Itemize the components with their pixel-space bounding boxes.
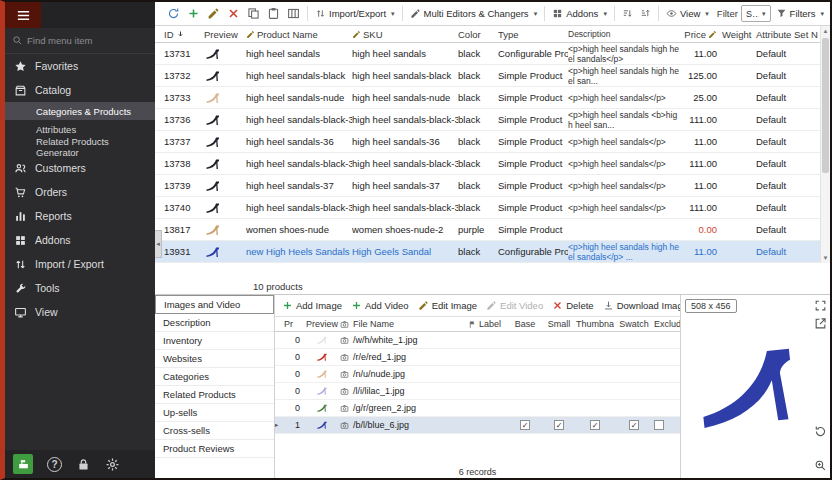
column-header-base[interactable]: Base	[508, 319, 542, 329]
sort-descending-button[interactable]	[638, 6, 653, 21]
filters-dropdown[interactable]: Filters	[774, 6, 826, 21]
cell-description: <p>high heel sandals <b>high heel san...	[568, 110, 680, 130]
tab-description[interactable]: Description	[155, 314, 274, 332]
menu-search-input[interactable]	[27, 35, 148, 46]
sidebar-item-orders[interactable]: Orders	[5, 180, 155, 204]
sidebar-item-import-export[interactable]: Import / Export	[5, 252, 155, 276]
edit-video-button[interactable]: Edit Video	[485, 298, 544, 313]
add-image-button[interactable]: Add Image	[281, 298, 343, 313]
sort-ascending-button[interactable]	[620, 6, 635, 21]
scroll-up-arrow[interactable]: ▲	[821, 26, 830, 36]
paste-button[interactable]	[265, 5, 282, 22]
swatch-checkbox[interactable]	[629, 420, 639, 430]
sidebar-item-view[interactable]: View	[5, 300, 155, 324]
lock-button[interactable]	[76, 457, 91, 472]
column-header-file-name[interactable]: File Name	[340, 319, 468, 329]
column-header-preview[interactable]: Preview	[204, 29, 246, 40]
add-product-button[interactable]	[185, 5, 202, 22]
tab-up-sells[interactable]: Up-sells	[155, 404, 274, 422]
product-row[interactable]: 13817 women shoes-nude women shoes-nude-…	[155, 219, 830, 241]
product-row[interactable]: 13731 high heel sandals high heel sandal…	[155, 43, 830, 65]
column-header-product-name[interactable]: Product Name	[246, 29, 352, 40]
columns-button[interactable]	[285, 5, 302, 22]
column-header-id[interactable]: ID	[164, 29, 204, 40]
base-checkbox[interactable]	[520, 420, 530, 430]
tab-categories[interactable]: Categories	[155, 368, 274, 386]
image-row[interactable]: 0 /w/h/white_1.jpg	[275, 332, 680, 349]
exclude-checkbox[interactable]	[654, 420, 664, 430]
sidebar-item-catalog[interactable]: Catalog	[5, 78, 155, 102]
download-image-button[interactable]: Download Image	[602, 298, 680, 313]
thumbnail-checkbox[interactable]	[590, 420, 600, 430]
sidebar-item-categories-products[interactable]: Categories & Products	[5, 102, 155, 120]
tab-related-products[interactable]: Related Products	[155, 386, 274, 404]
tab-inventory[interactable]: Inventory	[155, 332, 274, 350]
sidebar-collapse-handle[interactable]: ◂	[155, 230, 162, 258]
product-row[interactable]: 13738 high heel sandals-black-37 high he…	[155, 153, 830, 175]
column-header-thumbnail[interactable]: Thumbna	[576, 319, 614, 329]
column-header-type[interactable]: Type	[498, 29, 568, 40]
sidebar-item-customers[interactable]: Customers	[5, 156, 155, 180]
column-header-image-preview[interactable]: Preview	[304, 319, 340, 329]
product-row[interactable]: 13740 high heel sandals-black-38 high he…	[155, 197, 830, 219]
tab-product-reviews[interactable]: Product Reviews	[155, 440, 274, 458]
refresh-button[interactable]	[165, 5, 182, 22]
multi-editors-dropdown[interactable]: Multi Editors & Changers	[408, 6, 540, 21]
column-header-sku[interactable]: SKU	[352, 29, 458, 40]
help-button[interactable]: ?	[47, 457, 62, 472]
product-row[interactable]: 13737 high heel sandals-36 high heel san…	[155, 131, 830, 153]
category-filter-select[interactable]: Show products from selected categories	[741, 5, 771, 22]
scroll-down-arrow[interactable]: ▼	[821, 253, 830, 263]
edit-image-button[interactable]: Edit Image	[417, 298, 478, 313]
image-row[interactable]: 0 /g/r/green_2.jpg	[275, 400, 680, 417]
column-header-label[interactable]: Label	[468, 319, 508, 329]
cell-color: black	[458, 70, 498, 81]
sidebar-item-favorites[interactable]: Favorites	[5, 54, 155, 78]
image-row[interactable]: 0 /l/i/lilac_1.jpg	[275, 383, 680, 400]
column-header-color[interactable]: Color	[458, 29, 498, 40]
product-row[interactable]: 13736 high heel sandals-black-36 high he…	[155, 109, 830, 131]
delete-product-button[interactable]	[225, 5, 242, 22]
product-row-selected[interactable]: 13931 new High Heels Sandals High Geels …	[155, 241, 830, 263]
column-header-swatch[interactable]: Swatch	[614, 319, 654, 329]
image-row-selected[interactable]: 1 /b/l/blue_6.jpg	[275, 417, 680, 434]
fullscreen-button[interactable]	[814, 299, 827, 312]
product-row[interactable]: 13739 high heel sandals-37 high heel san…	[155, 175, 830, 197]
product-row[interactable]: 13733 high heel sandals-nude high heel s…	[155, 87, 830, 109]
image-row[interactable]: 0 /n/u/nude.jpg	[275, 366, 680, 383]
column-header-position[interactable]: Pr	[284, 319, 304, 329]
column-header-exclude[interactable]: Exclude	[654, 319, 680, 329]
external-link-icon	[814, 317, 827, 330]
settings-button[interactable]	[105, 457, 120, 472]
column-header-weight[interactable]: Weight	[722, 29, 756, 40]
sidebar-item-related-products-generator[interactable]: Related Products Generator	[5, 138, 155, 156]
copy-button[interactable]	[245, 5, 262, 22]
vertical-scrollbar[interactable]: ▲ ▼	[820, 26, 830, 263]
sidebar-item-reports[interactable]: Reports	[5, 204, 155, 228]
column-header-attribute-set[interactable]: Attribute Set Name	[756, 29, 818, 40]
addons-dropdown[interactable]: Addons	[550, 6, 609, 21]
column-header-price[interactable]: Price	[680, 29, 722, 40]
tab-websites[interactable]: Websites	[155, 350, 274, 368]
product-row[interactable]: 13732 high heel sandals-black high heel …	[155, 65, 830, 87]
image-row[interactable]: 0 /r/e/red_1.jpg	[275, 349, 680, 366]
open-external-button[interactable]	[814, 317, 827, 330]
delete-image-button[interactable]: Delete	[551, 298, 594, 313]
zoom-button[interactable]	[814, 459, 827, 472]
hamburger-menu-button[interactable]	[5, 2, 41, 28]
tab-cross-sells[interactable]: Cross-sells	[155, 422, 274, 440]
import-export-dropdown[interactable]: Import/Export	[313, 6, 397, 21]
small-checkbox[interactable]	[554, 420, 564, 430]
column-header-small[interactable]: Small	[542, 319, 576, 329]
pos-register-button[interactable]	[13, 454, 33, 474]
rotate-button[interactable]	[814, 425, 827, 438]
sidebar-item-tools[interactable]: Tools	[5, 276, 155, 300]
view-dropdown[interactable]: View	[664, 6, 711, 21]
add-video-button[interactable]: Add Video	[350, 298, 410, 313]
scrollbar-track[interactable]	[821, 36, 830, 253]
edit-product-button[interactable]	[205, 5, 222, 22]
column-header-description[interactable]: Description	[568, 29, 680, 39]
scrollbar-thumb[interactable]	[822, 38, 829, 173]
sidebar-item-addons[interactable]: Addons	[5, 228, 155, 252]
tab-images-and-video[interactable]: Images and Video	[155, 295, 274, 314]
